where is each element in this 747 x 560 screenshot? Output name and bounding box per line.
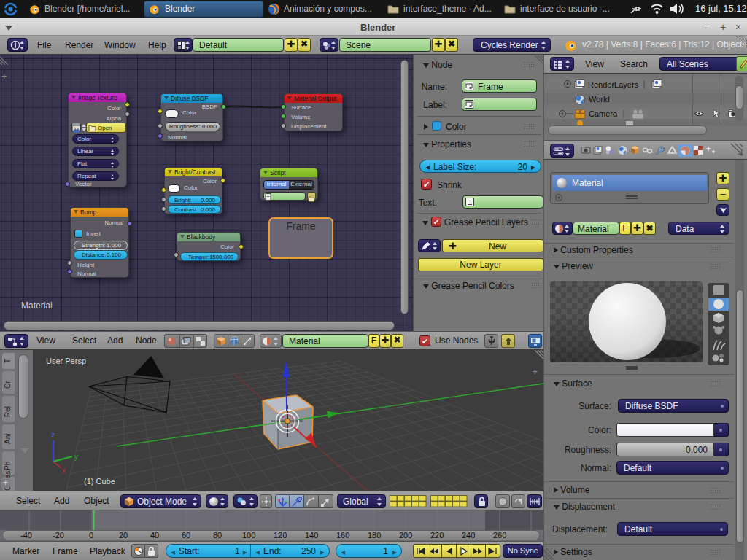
svg-text:y: y [74, 453, 78, 461]
svg-text:z: z [51, 431, 55, 439]
svg-text:x: x [62, 467, 66, 475]
